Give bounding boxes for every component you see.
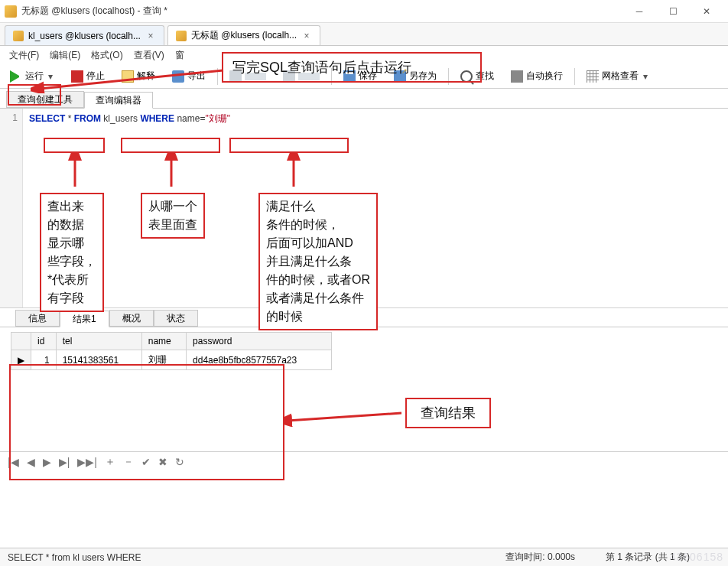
status-sql: SELECT * from kl users WHERE	[8, 552, 505, 563]
menu-bar: 文件(F) 编辑(E) 格式(O) 查看(V) 窗	[0, 46, 728, 64]
toolbar-blur-2[interactable]	[278, 67, 325, 86]
run-button[interactable]: 运行▾	[5, 67, 60, 86]
cell-password[interactable]: dd4ae8b5fbc8577557a23	[187, 350, 332, 370]
toolbar: 运行▾ 停止 解释 导出 保存 另存为 查找 自动换行 网格查看▾	[0, 64, 728, 89]
table-header-row: id tel name password	[11, 333, 332, 350]
gridview-button[interactable]: 网格查看▾	[581, 67, 655, 86]
status-time: 查询时间: 0.000s	[505, 551, 575, 564]
wrap-icon	[511, 70, 523, 83]
window-titlebar: 无标题 @klusers (localhost) - 查询 * ─ ☐ ✕	[0, 0, 728, 23]
keyword-select: SELECT	[29, 113, 65, 124]
explain-button[interactable]: 解释	[116, 67, 161, 86]
export-label: 导出	[187, 70, 206, 83]
menu-edit[interactable]: 编辑(E)	[45, 47, 85, 63]
status-bar: SELECT * from kl users WHERE 查询时间: 0.000…	[0, 548, 728, 566]
close-button[interactable]: ✕	[690, 1, 723, 22]
col-id[interactable]: id	[31, 333, 57, 350]
nav-refresh[interactable]: ↻	[175, 456, 184, 468]
nav-fastend[interactable]: ▶▶|	[77, 456, 97, 468]
export-button[interactable]: 导出	[167, 67, 211, 86]
stop-icon	[71, 70, 83, 83]
menu-format[interactable]: 格式(O)	[86, 47, 127, 63]
result-tabs: 信息 结果1 概况 状态	[0, 307, 728, 327]
tab-info[interactable]: 信息	[15, 310, 60, 327]
app-icon	[5, 5, 17, 18]
wrap-label: 自动换行	[526, 70, 563, 83]
sql-editor[interactable]: 1 SELECT * FROM kl_users WHERE name="刘珊"	[0, 109, 728, 307]
cell-id[interactable]: 1	[31, 350, 57, 370]
tab-status[interactable]: 状态	[154, 310, 198, 327]
nav-plus[interactable]: ＋	[105, 455, 115, 469]
tab-query-builder[interactable]: 查询创建工具	[6, 91, 84, 108]
doc-tab-1[interactable]: kl_users @klusers (localh... ×	[5, 25, 164, 45]
window-title: 无标题 @klusers (localhost) - 查询 *	[21, 5, 622, 18]
line-gutter: 1	[0, 109, 23, 307]
col-tel[interactable]: tel	[56, 333, 141, 350]
maximize-button[interactable]: ☐	[656, 1, 690, 22]
doc-tab-label: 无标题 @klusers (localh...	[191, 29, 297, 42]
editor-sub-tabs: 查询创建工具 查询编辑器	[0, 89, 728, 109]
tab-profile[interactable]: 概况	[109, 310, 154, 327]
cell-tel[interactable]: 15141383561	[56, 350, 141, 370]
saveas-button[interactable]: 另存为	[388, 67, 442, 86]
line-number: 1	[12, 112, 18, 123]
close-icon[interactable]: ×	[145, 31, 156, 41]
toolbar-separator	[331, 68, 332, 85]
dropdown-arrow-icon: ▾	[642, 71, 649, 82]
toolbar-separator	[448, 68, 449, 85]
nav-minus[interactable]: －	[123, 455, 134, 469]
col-password[interactable]: password	[187, 333, 332, 350]
nav-first[interactable]: |◀	[8, 456, 19, 468]
tab-result1[interactable]: 结果1	[60, 311, 109, 327]
code-content[interactable]: SELECT * FROM kl_users WHERE name="刘珊"	[23, 109, 728, 307]
stop-button[interactable]: 停止	[66, 67, 110, 86]
find-button[interactable]: 查找	[455, 67, 499, 86]
menu-window-partial[interactable]: 窗	[171, 47, 189, 63]
tab-query-editor[interactable]: 查询编辑器	[84, 92, 153, 109]
sql-cond-value: "刘珊"	[205, 113, 230, 124]
close-icon[interactable]: ×	[301, 31, 312, 41]
blur-icon	[229, 70, 242, 83]
nav-play[interactable]: ▶	[43, 456, 51, 468]
table-row[interactable]: ▶ 1 15141383561 刘珊 dd4ae8b5fbc8577557a23	[11, 350, 332, 370]
menu-file[interactable]: 文件(F)	[5, 47, 44, 63]
result-table[interactable]: id tel name password ▶ 1 15141383561 刘珊 …	[11, 332, 332, 370]
toolbar-blur-1[interactable]	[224, 67, 271, 86]
doc-tab-label: kl_users @klusers (localh...	[28, 31, 141, 41]
keyword-where: WHERE	[140, 113, 174, 124]
sql-table: kl_users	[101, 113, 140, 124]
save-button[interactable]: 保存	[338, 67, 382, 86]
minimize-button[interactable]: ─	[622, 1, 656, 22]
col-name[interactable]: name	[141, 333, 186, 350]
cell-name[interactable]: 刘珊	[141, 350, 186, 370]
run-label: 运行	[25, 70, 44, 83]
table-icon	[13, 31, 24, 41]
result-grid: id tel name password ▶ 1 15141383561 刘珊 …	[0, 327, 728, 451]
blur-icon	[283, 70, 295, 83]
result-empty-area	[11, 370, 717, 447]
window-controls: ─ ☐ ✕	[622, 1, 723, 22]
grid-icon	[587, 70, 599, 83]
dropdown-arrow-icon: ▾	[47, 71, 54, 82]
status-record: 第 1 条记录 (共 1 条)	[606, 551, 690, 564]
toolbar-separator	[574, 68, 575, 85]
save-label: 保存	[359, 70, 377, 83]
sql-star: *	[65, 113, 73, 124]
document-tabs: kl_users @klusers (localh... × 无标题 @klus…	[0, 23, 728, 46]
play-icon	[10, 70, 22, 83]
menu-view[interactable]: 查看(V)	[129, 47, 169, 63]
doc-tab-2[interactable]: 无标题 @klusers (localh... ×	[167, 25, 320, 45]
explain-label: 解释	[137, 70, 155, 83]
wrap-button[interactable]: 自动换行	[505, 67, 568, 86]
nav-prev[interactable]: ◀	[27, 456, 35, 468]
saveas-label: 另存为	[409, 70, 437, 83]
nav-x[interactable]: ✖	[158, 456, 167, 468]
keyword-from: FROM	[74, 113, 101, 124]
nav-check[interactable]: ✔	[141, 456, 151, 468]
search-icon	[460, 70, 473, 83]
result-navigator: |◀ ◀ ▶ ▶| ▶▶| ＋ － ✔ ✖ ↻	[0, 451, 728, 471]
saveas-icon	[394, 70, 406, 83]
sql-cond-field: name=	[174, 113, 205, 124]
row-header-blank	[11, 333, 31, 350]
nav-next[interactable]: ▶|	[59, 456, 70, 468]
